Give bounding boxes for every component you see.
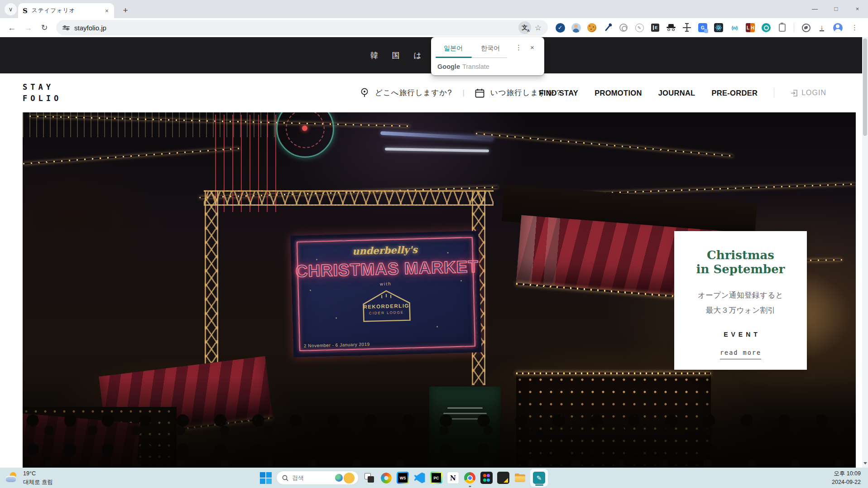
hero-image: underbelly's CHRISTMAS MARKET with REKOR… [23, 112, 856, 468]
back-button[interactable]: ← [5, 20, 19, 35]
translate-icon[interactable]: 文 A [518, 21, 531, 34]
close-button[interactable]: × [847, 0, 868, 17]
maximize-button[interactable]: □ [825, 0, 847, 17]
incognito-hat-icon[interactable] [666, 23, 676, 33]
vscode-app-icon[interactable] [413, 472, 426, 484]
check-extension-icon[interactable]: ✓ [555, 23, 565, 33]
notion-app-icon[interactable]: N [447, 472, 459, 484]
webstorm-app-icon[interactable]: WS [397, 472, 409, 484]
clipboard-extension-icon[interactable] [777, 23, 787, 33]
address-bar[interactable]: stayfolio.jp 文 A ☆ [56, 20, 548, 35]
move-tool-extension-icon[interactable] [682, 23, 692, 33]
pycharm-app-icon[interactable]: PC [430, 472, 442, 484]
login-icon [791, 89, 798, 97]
translate-popup: 일본어 한국어 ⋮ × Google Translate [431, 37, 544, 75]
site-header: STAY FOLIO どこへ旅行しますか? | いつ旅行しますか？ FIND S… [0, 73, 868, 112]
forward-button[interactable]: → [21, 20, 35, 35]
minimize-button[interactable]: — [804, 0, 825, 17]
ruler-extension-icon[interactable]: E [650, 23, 660, 33]
pencil-extension-icon[interactable]: ✎ [634, 23, 644, 33]
pen-tool-icon: ✎ [533, 472, 545, 484]
leaf-performance-icon[interactable] [801, 23, 811, 33]
cookie-extension-icon[interactable] [587, 23, 597, 33]
browser-menu-icon[interactable]: ⋮ [849, 24, 861, 32]
event-card: Christmas in September オープン通知登録すると 最大３万ウ… [674, 231, 807, 370]
google-translate-extension-icon[interactable]: G [698, 23, 708, 33]
event-card-body: オープン通知登録すると 最大３万ウォン割引 [674, 288, 807, 317]
new-tab-button[interactable]: + [119, 4, 132, 17]
url-text[interactable]: stayfolio.jp [74, 24, 514, 32]
copilot-button[interactable] [380, 472, 392, 484]
nav-promotion[interactable]: PROMOTION [595, 89, 642, 97]
logo-line-1: STAY [23, 82, 62, 93]
active-tab-underline [436, 57, 472, 58]
event-label: EVENT [674, 331, 807, 338]
avatar-extension-icon[interactable] [571, 23, 581, 33]
crowd-heads [23, 409, 856, 468]
translate-close-icon[interactable]: × [530, 43, 534, 51]
chrome-app-icon[interactable] [464, 472, 476, 484]
eyedropper-extension-icon[interactable] [603, 23, 613, 33]
light-string [23, 148, 240, 164]
plus-icon: + [123, 5, 128, 15]
arrow-down-icon [863, 462, 867, 464]
trip-search-bar: どこへ旅行しますか? | いつ旅行しますか？ [360, 73, 563, 112]
taskbar-search-input[interactable] [292, 474, 331, 481]
lighthouse-lh-icon[interactable]: LH [745, 23, 755, 33]
logo-line-2: FOLIO [23, 93, 62, 104]
react-devtools-icon[interactable] [714, 23, 724, 33]
downloads-icon[interactable]: ↓ [817, 23, 827, 33]
task-view-button[interactable] [363, 472, 375, 484]
event-card-title: Christmas in September [674, 248, 807, 276]
ferris-wheel-lights [276, 112, 334, 158]
taskbar-clock[interactable]: 오후 10:09 2024-09-22 [832, 469, 868, 487]
page-scrollbar[interactable] [862, 37, 868, 468]
truss-post-left [205, 190, 218, 385]
read-more-link[interactable]: read more [720, 349, 761, 359]
toolbar-divider [794, 23, 794, 32]
scrollbar-down-button[interactable] [862, 459, 868, 468]
file-explorer-icon[interactable] [514, 472, 526, 484]
teal-lens-extension-icon[interactable] [761, 23, 771, 33]
tab-search-button[interactable]: ∨ [5, 3, 17, 15]
search-highlight-moon-icon [344, 473, 355, 483]
taskbar-weather-widget[interactable]: 19°C 대체로 흐림 [0, 469, 118, 486]
bookmark-star-icon[interactable]: ☆ [533, 23, 543, 33]
tab-strip: ∨ S ステイフォリオ × + — □ × [0, 0, 868, 18]
taskbar-search[interactable] [276, 471, 359, 485]
start-button[interactable] [260, 472, 272, 484]
billboard-title: CHRISTMAS MARKET [295, 257, 475, 281]
billboard-with: with [296, 279, 475, 289]
translate-menu-icon[interactable]: ⋮ [515, 43, 522, 52]
profile-avatar-icon[interactable] [833, 23, 843, 33]
sponsor-house-icon: REKORDERLIG CIDER LODGE [356, 287, 416, 324]
active-screenshot-app[interactable]: ✎ [531, 469, 547, 486]
tab-close-icon[interactable]: × [104, 7, 110, 14]
clock-date: 2024-09-22 [832, 478, 861, 487]
lens-extension-icon[interactable] [619, 23, 628, 33]
clock-time: 오후 10:09 [832, 469, 861, 478]
dark-app-icon[interactable] [497, 472, 509, 484]
stayfolio-logo[interactable]: STAY FOLIO [23, 82, 62, 104]
nav-journal[interactable]: JOURNAL [658, 89, 695, 97]
browser-tab[interactable]: S ステイフォリオ × [18, 3, 114, 18]
billboard-brand: underbelly's [295, 242, 475, 258]
reload-button[interactable]: ↻ [37, 20, 52, 35]
translate-tab-japanese[interactable]: 일본어 [435, 43, 472, 53]
figma-app-icon[interactable] [480, 472, 493, 484]
site-favicon-icon: S [23, 7, 28, 15]
nav-find-stay[interactable]: FIND STAY [539, 89, 578, 97]
login-button[interactable]: LOGIN [791, 89, 826, 97]
search-where-field[interactable]: どこへ旅行しますか? [375, 88, 452, 98]
site-info-icon[interactable] [62, 26, 70, 29]
location-pin-icon [360, 88, 369, 98]
scrollbar-thumb[interactable] [863, 39, 867, 136]
christmas-market-billboard: underbelly's CHRISTMAS MARKET with REKOR… [291, 231, 482, 358]
nav-pre-order[interactable]: PRE-ORDER [711, 89, 758, 97]
main-nav: FIND STAY PROMOTION JOURNAL PRE-ORDER LO… [539, 73, 826, 112]
tab-title: ステイフォリオ [32, 7, 100, 14]
vue-devtools-icon[interactable]: (w) [729, 23, 739, 33]
tab-divider-line [472, 58, 507, 58]
weather-temp: 19°C [23, 469, 53, 478]
translate-tab-korean[interactable]: 한국어 [472, 43, 509, 53]
